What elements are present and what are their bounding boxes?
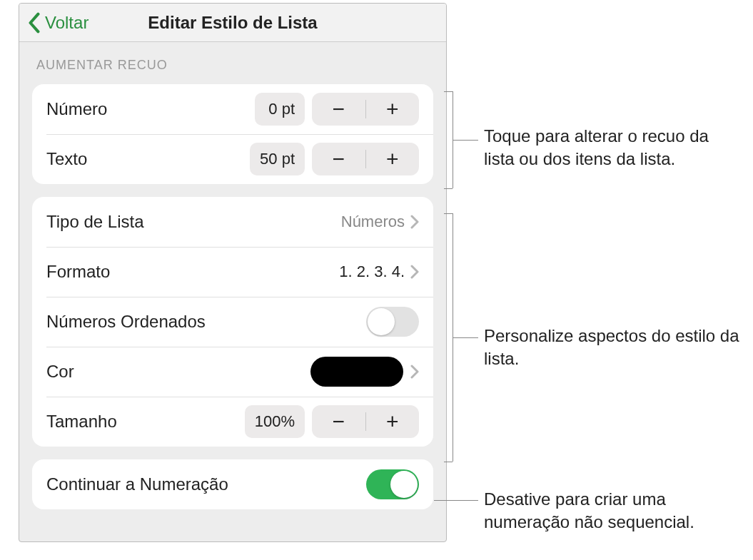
- tamanho-label: Tamanho: [46, 412, 245, 432]
- section-header-indent: AUMENTAR RECUO: [19, 42, 446, 77]
- texto-stepper: − +: [312, 143, 419, 175]
- row-cor[interactable]: Cor: [32, 347, 433, 397]
- texto-label: Texto: [46, 149, 250, 169]
- chevron-left-icon: [26, 12, 42, 34]
- row-tipo-de-lista[interactable]: Tipo de Lista Números: [32, 197, 433, 247]
- formato-value: 1. 2. 3. 4.: [339, 263, 405, 281]
- row-numero: Número 0 pt − +: [32, 84, 433, 134]
- callout-bracket: [444, 213, 453, 214]
- tamanho-minus-button[interactable]: −: [312, 405, 365, 438]
- group-continue: Continuar a Numeração: [32, 459, 433, 509]
- row-continuar-numeracao: Continuar a Numeração: [32, 459, 433, 509]
- texto-value[interactable]: 50 pt: [250, 143, 305, 175]
- numero-label: Número: [46, 99, 255, 119]
- tipo-value: Números: [341, 213, 405, 231]
- numero-stepper: − +: [312, 93, 419, 126]
- back-button[interactable]: Voltar: [19, 12, 89, 34]
- continuar-label: Continuar a Numeração: [46, 474, 366, 494]
- ordenados-label: Números Ordenados: [46, 312, 366, 332]
- cor-label: Cor: [46, 362, 310, 382]
- row-numeros-ordenados: Números Ordenados: [32, 297, 433, 347]
- chevron-right-icon: [410, 215, 419, 229]
- tamanho-stepper: − +: [312, 405, 419, 438]
- callout-indent: Toque para alterar o recuo da lista ou d…: [484, 125, 741, 171]
- callout-continue: Desative para criar uma numeração não se…: [484, 488, 741, 534]
- numero-minus-button[interactable]: −: [312, 93, 365, 126]
- switch-knob: [368, 308, 395, 335]
- callout-style: Personalize aspectos do estilo da lista.: [484, 325, 741, 371]
- tamanho-value[interactable]: 100%: [245, 405, 305, 438]
- callout-bracket: [444, 462, 453, 462]
- group-indent: Número 0 pt − + Texto 50 pt −: [32, 84, 433, 184]
- callout-bracket: [444, 188, 453, 189]
- callout-leader: [453, 337, 478, 338]
- ordenados-toggle[interactable]: [366, 307, 419, 337]
- switch-knob: [390, 471, 418, 498]
- callout-leader: [434, 500, 478, 501]
- numero-value[interactable]: 0 pt: [255, 93, 305, 126]
- tipo-label: Tipo de Lista: [46, 212, 341, 232]
- panel-header: Voltar Editar Estilo de Lista: [19, 4, 446, 42]
- row-texto: Texto 50 pt − +: [32, 134, 433, 184]
- texto-minus-button[interactable]: −: [312, 143, 365, 175]
- texto-plus-button[interactable]: +: [366, 143, 420, 175]
- chevron-right-icon: [410, 365, 419, 379]
- settings-panel: Voltar Editar Estilo de Lista AUMENTAR R…: [19, 3, 447, 542]
- continuar-toggle[interactable]: [366, 469, 419, 499]
- formato-label: Formato: [46, 262, 339, 282]
- tamanho-plus-button[interactable]: +: [366, 405, 420, 438]
- chevron-right-icon: [410, 265, 419, 279]
- back-label: Voltar: [45, 13, 89, 33]
- row-formato[interactable]: Formato 1. 2. 3. 4.: [32, 247, 433, 297]
- callout-leader: [453, 140, 478, 141]
- row-tamanho: Tamanho 100% − +: [32, 397, 433, 447]
- group-style: Tipo de Lista Números Formato 1. 2. 3. 4…: [32, 197, 433, 447]
- cor-swatch[interactable]: [310, 357, 403, 387]
- callout-bracket: [444, 91, 453, 92]
- numero-plus-button[interactable]: +: [366, 93, 420, 126]
